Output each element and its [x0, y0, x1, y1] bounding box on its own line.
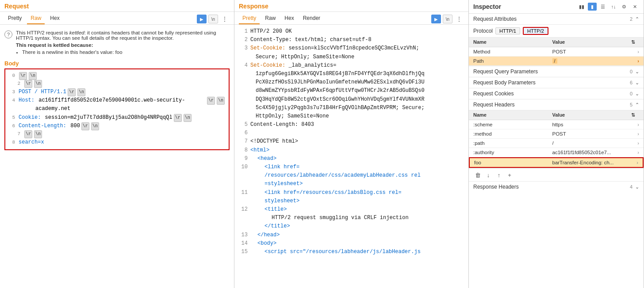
authority-value: ac161f1f1fd85052c01e7... [552, 150, 632, 155]
resp-text-2: Content-Type: text/html; charset=utf-8 [250, 36, 372, 44]
response-content: 1 HTTP/2 200 OK 2 Content-Type: text/htm… [234, 25, 468, 288]
path-row[interactable]: Path / › [469, 57, 644, 66]
cookies-chevron: ⌄ [635, 91, 639, 97]
close-icon[interactable]: ✕ [630, 3, 639, 11]
path-name: Path [473, 58, 552, 64]
down-icon[interactable]: ↓ [484, 171, 493, 179]
kettle-bold: This request is kettled because: [16, 42, 230, 48]
resp-text-3b: Secure; HttpOnly; SameSite=None [250, 53, 354, 61]
info-icon: ? [4, 30, 12, 38]
inspector-title: Inspector [473, 3, 501, 10]
resp-tab-hex[interactable]: Hex [281, 14, 297, 24]
host-value: ac161f1f1fd85052c01e7e590049001c.web-sec… [35, 96, 206, 113]
send-icon[interactable]: ▶ [197, 15, 207, 23]
escape-n: \n [34, 80, 42, 88]
layout-icon-1[interactable]: ▮▮ [577, 3, 586, 11]
resp-tab-raw[interactable]: Raw [261, 14, 279, 24]
response-panel: Response Pretty Raw Hex Render ▶ \n ⋮ 1 … [234, 0, 469, 288]
resp-headers-section[interactable]: Response Headers 4 ⌄ [469, 181, 644, 192]
expand-icon[interactable]: ↑↓ [609, 3, 618, 11]
tab-raw[interactable]: Raw [27, 14, 45, 24]
th-name: Name [473, 39, 551, 45]
resp-line-10c: =stylesheet> [239, 180, 464, 188]
escape-r: \r [174, 114, 182, 122]
resp-headers-count: 4 [630, 184, 632, 189]
resp-line-2: 2 Content-Type: text/html; charset=utf-8 [239, 36, 464, 44]
resp-newline-icon[interactable]: \n [443, 15, 452, 23]
resp-send-icon[interactable]: ▶ [431, 15, 441, 23]
authority-chevron: › [631, 150, 639, 155]
req-cookies-section[interactable]: Request Cookies 0 ⌄ [469, 88, 644, 99]
escape-r: \r [19, 72, 27, 80]
resp-tab-render[interactable]: Render [299, 14, 324, 24]
request-attributes-section[interactable]: Request Attributes 2 ⌃ [469, 14, 644, 25]
method-header-row[interactable]: :method POST › [469, 129, 644, 139]
body-line-2: 2 \r \n [9, 80, 225, 88]
newline-icon[interactable]: \n [208, 15, 218, 23]
resp-text-4d: d8wNEmZYYpsbRIdFyWPAxF6qpfUttVfqw0THCrJk… [250, 87, 425, 95]
rh-th-sort: ⇅ [631, 112, 639, 118]
resp-text-5: Content-Length: 8403 [250, 121, 314, 129]
resp-text-4b: 1zpfug6GegiBKk5AYGQVIs8REG4jB7nFD4YfQEdr… [250, 70, 425, 78]
path-header-row[interactable]: :path / › [469, 139, 644, 148]
kettle-list: There is a newline in this header's valu… [22, 49, 230, 55]
resp-text-13: </head> [250, 231, 280, 239]
method-row[interactable]: Method POST › [469, 47, 644, 57]
cookie-label: Cookie: [19, 114, 41, 122]
body-params-section[interactable]: Request Body Parameters 6 ⌄ [469, 77, 644, 88]
up-icon[interactable]: ↑ [494, 171, 503, 179]
header-toolbar: 🗑 ↓ ↑ + [469, 168, 644, 181]
resp-tab-pretty[interactable]: Pretty [239, 14, 260, 24]
query-params-section[interactable]: Request Query Parameters 0 ⌄ [469, 66, 644, 77]
protocol-row: Protocol HTTP/1 HTTP/2 [469, 25, 644, 38]
resp-more-icon[interactable]: ⋮ [454, 15, 464, 23]
align-icon[interactable]: ☰ [598, 3, 607, 11]
layout-icon-2[interactable]: ▮ [588, 3, 597, 11]
resp-line-4e: DQ3HqYdQFb8W52ctgVOxtScr6OOqiGwhYHohVDq5… [239, 95, 464, 104]
resp-text-7: <!DOCTYPE html> [250, 137, 298, 146]
req-headers-table: Name Value ⇅ :scheme https › :method POS… [469, 110, 644, 168]
resp-text-4e: DQ3HqYdQFb8W52ctgVOxtScr6OOqiGwhYHohVDq5… [250, 95, 425, 104]
resp-text-9: <head> [250, 155, 276, 163]
escape-n: \n [184, 114, 192, 122]
request-tab-bar: Pretty Raw Hex ▶ \n ⋮ [0, 12, 234, 25]
body-line-4: 4 Host: ac161f1f1fd85052c01e7e590049001c… [9, 96, 225, 113]
escape-r: \r [207, 97, 215, 105]
resp-text-3: Set-Cookie: session=klSccVVbfT1n8cpedceS… [250, 44, 419, 53]
resp-line-4b: 1zpfug6GegiBKk5AYGQVIs8REG4jB7nFD4YfQEdr… [239, 70, 464, 78]
req-attr-label: Request Attributes [473, 16, 517, 22]
body-line-7: 7 \r \n [9, 130, 225, 138]
settings-icon[interactable]: ⚙ [620, 3, 629, 11]
resp-line-3: 3 Set-Cookie: session=klSccVVbfT1n8cpedc… [239, 44, 464, 53]
rh-th-value: Value [552, 112, 630, 118]
http2-button[interactable]: HTTP/2 [523, 27, 548, 35]
delete-icon[interactable]: 🗑 [473, 171, 482, 179]
add-icon[interactable]: + [505, 171, 514, 179]
resp-line-12b: HTTP/2 request smuggling via CRLF inject… [239, 214, 464, 222]
resp-line-4c: PcX0zzfHOsSl9JLhPGnMaoIunGmfetneWuMw62ES… [239, 78, 464, 87]
tab-pretty[interactable]: Pretty [4, 14, 25, 24]
req-headers-section[interactable]: Request Headers 5 ⌃ [469, 99, 644, 110]
body-line-6: 6 Content-Length: 800 \r \n [9, 122, 225, 130]
resp-text-12c: </title> [250, 222, 290, 231]
resp-line-11: 11 <link href=/resources/css/labsBlog.cs… [239, 189, 464, 197]
method-header-name: :method [473, 131, 552, 136]
authority-row[interactable]: :authority ac161f1f1fd85052c01e7... › [469, 148, 644, 157]
th-value: Value [552, 39, 630, 45]
resp-line-6: 6 [239, 129, 464, 137]
protocol-label: Protocol [473, 28, 493, 34]
request-attributes-table: Name Value ⇅ Method POST › Path / › [469, 38, 644, 66]
request-panel: Request Pretty Raw Hex ▶ \n ⋮ ? This HTT… [0, 0, 234, 288]
cl-label: Content-Length: [19, 122, 66, 130]
resp-line-11b: stylesheet> [239, 197, 464, 205]
scheme-row[interactable]: :scheme https › [469, 120, 644, 129]
cookie-value: session=m2juT7t7dd8Byij5au2O8h0g4NRPqqQl [42, 114, 172, 122]
resp-line-12: 12 <title> [239, 205, 464, 214]
body-params-count: 6 [630, 80, 632, 85]
more-icon[interactable]: ⋮ [220, 15, 230, 23]
http1-button[interactable]: HTTP/1 [495, 27, 520, 34]
foo-row[interactable]: foo barTransfer-Encoding: ch... › [469, 157, 644, 168]
tab-hex[interactable]: Hex [46, 14, 63, 24]
path-header-name: :path [473, 140, 552, 146]
resp-line-4g: HttpOnly; SameSite=None [239, 112, 464, 121]
